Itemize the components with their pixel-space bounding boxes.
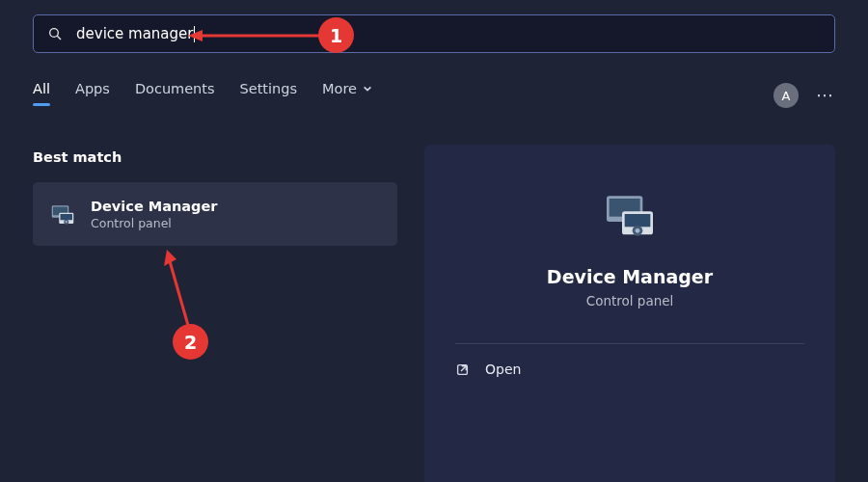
- open-action[interactable]: Open: [449, 344, 810, 394]
- more-options-button[interactable]: ⋯: [816, 87, 835, 104]
- result-device-manager[interactable]: Device Manager Control panel: [33, 182, 397, 246]
- search-input-text: device manager: [76, 25, 195, 42]
- details-title: Device Manager: [547, 266, 713, 287]
- result-title: Device Manager: [91, 199, 217, 214]
- tab-documents[interactable]: Documents: [135, 81, 215, 106]
- svg-point-0: [50, 29, 59, 38]
- details-pane: Device Manager Control panel Open: [424, 145, 835, 482]
- best-match-heading: Best match: [33, 149, 122, 165]
- tab-settings[interactable]: Settings: [240, 81, 297, 106]
- svg-marker-19: [164, 250, 176, 266]
- annotation-arrow-2: [164, 250, 203, 336]
- header-right: A ⋯: [773, 83, 835, 108]
- device-manager-icon-large: [599, 183, 661, 245]
- svg-point-7: [66, 221, 68, 223]
- result-subtitle: Control panel: [91, 216, 217, 230]
- details-subtitle: Control panel: [586, 293, 674, 308]
- svg-point-13: [636, 228, 640, 233]
- open-action-label: Open: [485, 362, 521, 377]
- tab-more-label: More: [322, 81, 357, 96]
- tab-apps[interactable]: Apps: [75, 81, 110, 106]
- svg-rect-11: [625, 214, 651, 227]
- result-text: Device Manager Control panel: [91, 199, 217, 230]
- svg-line-1: [57, 36, 61, 40]
- svg-line-18: [170, 261, 189, 329]
- search-icon: [47, 26, 63, 41]
- annotation-badge-2: 2: [173, 324, 208, 360]
- tab-all[interactable]: All: [33, 81, 50, 106]
- tab-more[interactable]: More: [322, 81, 372, 106]
- user-avatar[interactable]: A: [773, 83, 799, 108]
- filter-tabs: All Apps Documents Settings More: [33, 81, 372, 106]
- device-manager-icon: [48, 200, 77, 228]
- svg-line-15: [461, 365, 466, 370]
- open-icon: [455, 362, 470, 377]
- svg-rect-5: [61, 214, 73, 220]
- chevron-down-icon: [363, 84, 372, 94]
- search-bar[interactable]: device manager: [33, 14, 835, 53]
- text-cursor: [194, 26, 195, 42]
